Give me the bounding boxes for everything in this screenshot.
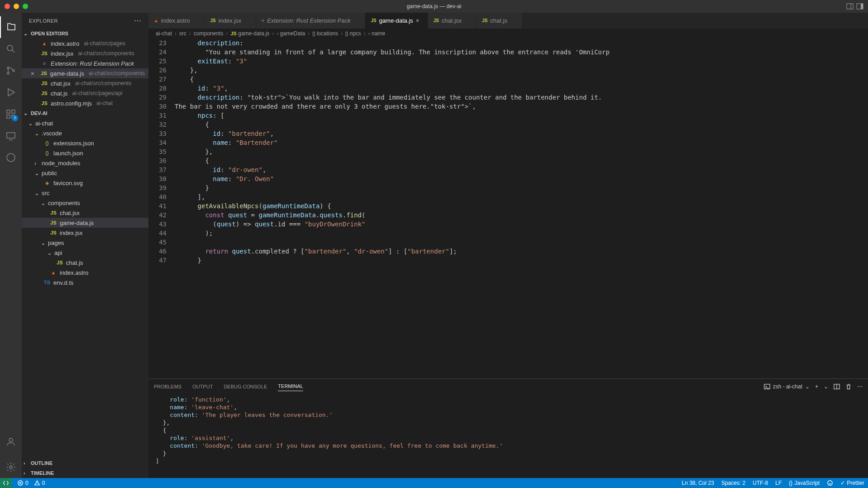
- open-editor-item[interactable]: ×JSchat.jsai-chat/src/pages/api: [22, 88, 148, 98]
- new-terminal-icon[interactable]: +: [815, 383, 818, 390]
- activity-search[interactable]: [0, 38, 22, 60]
- close-icon[interactable]: ×: [31, 70, 38, 77]
- window-controls: [5, 4, 28, 9]
- svg-point-18: [10, 466, 12, 469]
- status-feedback[interactable]: [827, 480, 833, 486]
- folder-src[interactable]: ⌄src: [22, 188, 148, 198]
- breadcrumb-item[interactable]: components: [194, 30, 223, 37]
- file-index-jsx[interactable]: JSindex.jsx: [22, 228, 148, 238]
- editor-area: ▲index.astro×JSindex.jsx×≡Extension: Rus…: [148, 13, 868, 478]
- breadcrumb-item[interactable]: JS game-data.js: [230, 30, 269, 37]
- minimize-window-button[interactable]: [14, 4, 19, 9]
- section-open-editors[interactable]: ⌄ OPEN EDITORS: [22, 29, 148, 38]
- open-editor-item[interactable]: ×≡Extension: Rust Extension Pack: [22, 58, 148, 68]
- editor-tab[interactable]: JSgame-data.js×: [365, 13, 428, 29]
- chevron-down-icon: ⌄: [24, 110, 29, 116]
- breadcrumb-item[interactable]: [] npcs: [345, 30, 361, 37]
- breadcrumbs[interactable]: ai-chat›src›components›JS game-data.js›▫…: [148, 29, 868, 38]
- sidebar-more-icon[interactable]: ⋯: [134, 16, 141, 25]
- trash-icon[interactable]: [845, 383, 852, 390]
- terminal-icon: [764, 383, 770, 390]
- status-cursor[interactable]: Ln 38, Col 23: [682, 480, 714, 486]
- folder-ai-chat[interactable]: ⌄ai-chat: [22, 118, 148, 128]
- section-timeline[interactable]: › TIMELINE: [22, 468, 148, 478]
- terminal-dropdown-icon[interactable]: ⌄: [824, 383, 828, 390]
- folder-pages[interactable]: ⌄pages: [22, 238, 148, 248]
- error-icon: [17, 480, 24, 486]
- close-icon[interactable]: ×: [416, 17, 422, 24]
- editor-tab[interactable]: JSindex.jsx×: [205, 13, 257, 29]
- file-game-data-js[interactable]: JSgame-data.js: [22, 218, 148, 228]
- terminal-selector[interactable]: zsh - ai-chat ⌄: [764, 383, 810, 390]
- sidebar-title: EXPLORER: [29, 18, 58, 24]
- activity-settings[interactable]: [0, 456, 22, 478]
- panel-toggle-icon[interactable]: [846, 3, 854, 10]
- activity-account[interactable]: [0, 431, 22, 453]
- open-editor-item[interactable]: ×▲index.astroai-chat/src/pages: [22, 38, 148, 48]
- editor-tab[interactable]: JSchat.js×: [477, 13, 522, 29]
- panel-tab[interactable]: PROBLEMS: [154, 382, 181, 391]
- breadcrumb-item[interactable]: src: [179, 30, 186, 37]
- status-prettier[interactable]: ✓Prettier: [840, 480, 864, 486]
- folder-node-modules[interactable]: ›node_modules: [22, 158, 148, 168]
- file-extensions-json[interactable]: {}extensions.json: [22, 138, 148, 148]
- status-warnings[interactable]: 0: [34, 480, 45, 486]
- svg-marker-9: [8, 89, 14, 96]
- file-icon: JS: [482, 18, 487, 23]
- status-errors[interactable]: 0: [17, 480, 29, 486]
- status-eol[interactable]: LF: [775, 480, 782, 486]
- file-chat-jsx[interactable]: JSchat.jsx: [22, 208, 148, 218]
- close-window-button[interactable]: [5, 4, 10, 9]
- open-editor-item[interactable]: ×JSchat.jsxai-chat/src/components: [22, 78, 148, 88]
- editor-tabs: ▲index.astro×JSindex.jsx×≡Extension: Rus…: [148, 13, 868, 29]
- svg-point-26: [828, 481, 833, 486]
- folder-api[interactable]: ⌄api: [22, 248, 148, 258]
- breadcrumb-item[interactable]: ai-chat: [156, 30, 172, 37]
- svg-line-5: [12, 50, 14, 53]
- open-editor-item[interactable]: ×JSindex.jsxai-chat/src/components: [22, 48, 148, 58]
- panel-tab[interactable]: DEBUG CONSOLE: [224, 382, 267, 391]
- breadcrumb-item[interactable]: ▫ gameData: [277, 30, 305, 37]
- open-editor-item[interactable]: ×JSgame-data.jsai-chat/src/components: [22, 68, 148, 78]
- activity-source-control[interactable]: [0, 60, 22, 81]
- panel-tab[interactable]: OUTPUT: [192, 382, 213, 391]
- activity-remote[interactable]: [0, 125, 22, 147]
- file-favicon[interactable]: ◈favicon.svg: [22, 178, 148, 188]
- breadcrumb-item[interactable]: [] locations: [312, 30, 338, 37]
- file-env-dts[interactable]: TSenv.d.ts: [22, 277, 148, 287]
- maximize-window-button[interactable]: [23, 4, 28, 9]
- editor-tab[interactable]: ≡Extension: Rust Extension Pack×: [256, 13, 365, 29]
- folder-public[interactable]: ⌄public: [22, 168, 148, 178]
- file-icon: JS: [41, 91, 48, 96]
- svg-rect-10: [7, 110, 10, 113]
- folder-components[interactable]: ⌄components: [22, 198, 148, 208]
- status-language[interactable]: {}JavaScript: [789, 480, 820, 486]
- split-terminal-icon[interactable]: [834, 383, 840, 390]
- svg-point-7: [7, 72, 9, 74]
- status-indent[interactable]: Spaces: 2: [721, 480, 745, 486]
- svg-rect-12: [7, 115, 10, 118]
- activity-explorer[interactable]: [0, 16, 22, 38]
- editor-tab[interactable]: JSchat.jsx×: [428, 13, 477, 29]
- file-icon: JS: [434, 18, 439, 23]
- svg-rect-11: [12, 110, 15, 113]
- panel-more-icon[interactable]: ⋯: [857, 383, 863, 390]
- file-launch-json[interactable]: {}launch.json: [22, 148, 148, 158]
- code-editor[interactable]: 2324252627282930313233343536373839404142…: [148, 38, 868, 378]
- file-chat-js[interactable]: JSchat.js: [22, 258, 148, 268]
- section-outline[interactable]: › OUTLINE: [22, 458, 148, 468]
- section-project[interactable]: ⌄ DEV-AI: [22, 108, 148, 118]
- open-editor-item[interactable]: ×JSastro.config.mjsai-chat: [22, 98, 148, 108]
- terminal-output[interactable]: role: 'function', name: 'leave-chat', co…: [148, 394, 868, 478]
- file-index-astro[interactable]: ▲index.astro: [22, 268, 148, 277]
- status-encoding[interactable]: UTF-8: [753, 480, 768, 486]
- editor-tab[interactable]: ▲index.astro×: [148, 13, 205, 29]
- activity-edge[interactable]: [0, 147, 22, 168]
- breadcrumb-item[interactable]: ▫ name: [368, 30, 385, 37]
- panel-tab[interactable]: TERMINAL: [278, 382, 303, 391]
- folder-vscode[interactable]: ⌄.vscode: [22, 128, 148, 138]
- remote-button[interactable]: [0, 478, 12, 488]
- layout-toggle-icon[interactable]: [856, 3, 863, 10]
- activity-extensions[interactable]: 7: [0, 103, 22, 125]
- activity-debug[interactable]: [0, 81, 22, 103]
